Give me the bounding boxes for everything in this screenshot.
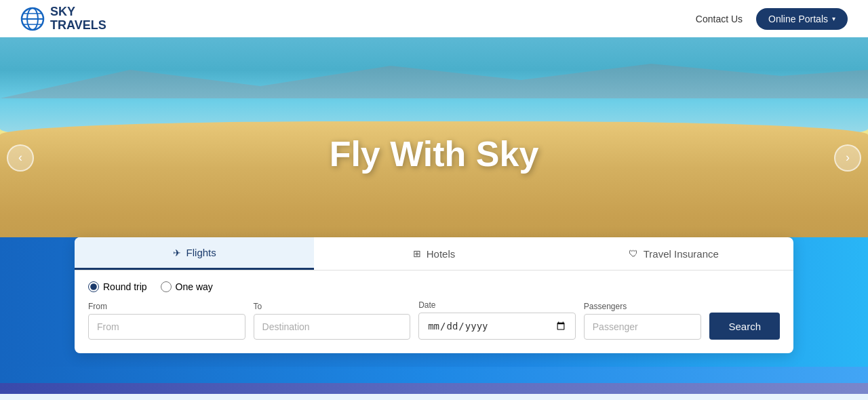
arrow-left-icon: ‹ [18, 151, 22, 165]
destination-input[interactable] [254, 314, 411, 340]
logo-text: SKY TRAVELS [50, 5, 106, 33]
round-trip-option[interactable]: Round trip [88, 281, 147, 292]
search-box: ✈ Flights ⊞ Hotels 🛡 Travel Insurance [75, 237, 793, 353]
chevron-down-icon: ▾ [832, 15, 835, 22]
round-trip-radio[interactable] [88, 281, 99, 292]
carousel-next-button[interactable]: › [834, 144, 861, 172]
tab-hotels-label: Hotels [427, 248, 456, 260]
passengers-input[interactable] [584, 314, 702, 340]
to-label: To [254, 302, 411, 311]
online-portals-label: Online Portals [768, 14, 828, 24]
passengers-label: Passengers [584, 302, 702, 311]
hero-title: Fly With Sky [330, 134, 539, 174]
carousel-prev-button[interactable]: ‹ [7, 144, 34, 172]
passengers-field-group: Passengers [584, 302, 702, 340]
online-portals-button[interactable]: Online Portals ▾ [756, 8, 848, 30]
date-input[interactable] [418, 313, 576, 340]
to-field-group: To [254, 302, 411, 340]
logo-sky: SKY [50, 5, 106, 19]
header-right: Contact Us Online Portals ▾ [696, 8, 848, 30]
search-form: Round trip One way From To [75, 271, 793, 353]
tab-insurance-label: Travel Insurance [644, 248, 719, 260]
logo-travels: TRAVELS [50, 19, 106, 33]
one-way-option[interactable]: One way [161, 281, 213, 292]
search-button[interactable]: Search [709, 313, 780, 340]
from-label: From [88, 302, 245, 311]
insurance-icon: 🛡 [629, 248, 638, 259]
from-input[interactable] [88, 314, 245, 340]
from-field-group: From [88, 302, 245, 340]
tab-flights-label: Flights [186, 247, 216, 258]
date-label: Date [418, 300, 576, 310]
tab-travel-insurance[interactable]: 🛡 Travel Insurance [554, 237, 793, 270]
search-panel: ✈ Flights ⊞ Hotels 🛡 Travel Insurance [75, 237, 793, 360]
header: SKY TRAVELS Contact Us Online Portals ▾ [0, 0, 868, 37]
tab-hotels[interactable]: ⊞ Hotels [314, 237, 553, 270]
date-field-group: Date [418, 300, 576, 340]
round-trip-label: Round trip [103, 281, 147, 292]
flights-icon: ✈ [173, 247, 181, 258]
one-way-label: One way [176, 281, 213, 292]
hotels-icon: ⊞ [413, 248, 421, 259]
arrow-right-icon: › [846, 151, 850, 165]
one-way-radio[interactable] [161, 281, 172, 292]
search-tabs: ✈ Flights ⊞ Hotels 🛡 Travel Insurance [75, 237, 793, 271]
globe-icon [20, 7, 45, 31]
tab-flights[interactable]: ✈ Flights [75, 237, 314, 270]
bottom-gradient-band-2 [0, 383, 868, 394]
contact-us-link[interactable]: Contact Us [696, 14, 743, 24]
trip-type-selector: Round trip One way [88, 281, 780, 292]
logo: SKY TRAVELS [20, 5, 106, 33]
search-fields: From To Date Passengers S [88, 300, 780, 340]
